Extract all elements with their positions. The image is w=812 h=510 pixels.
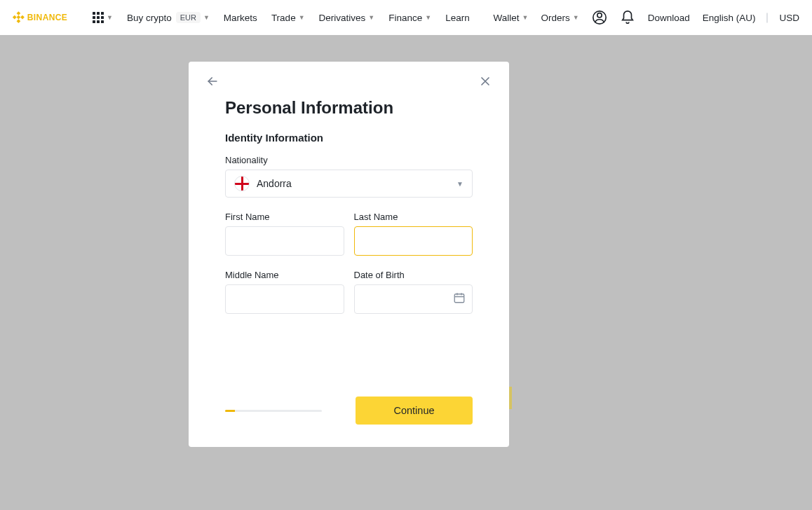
nav-wallet[interactable]: Wallet ▼ (494, 13, 529, 23)
nav-orders-label: Orders (541, 13, 569, 23)
binance-logo-icon: BINANCE (13, 10, 80, 25)
separator: ｜ (762, 11, 772, 24)
dob-field[interactable] (354, 284, 473, 314)
first-name-label: First Name (225, 212, 344, 222)
caret-down-icon: ▼ (425, 14, 431, 21)
nationality-value: Andorra (257, 178, 456, 189)
svg-rect-2 (17, 15, 21, 20)
flag-icon (234, 176, 250, 191)
nationality-select[interactable]: Andorra ▼ (225, 170, 473, 198)
nav-learn-label: Learn (445, 13, 470, 23)
nav-download[interactable]: Download (648, 13, 690, 23)
svg-rect-4 (17, 19, 21, 23)
nav-left: ▼ Buy crypto EUR ▼ Markets Trade ▼ Deriv… (93, 12, 470, 23)
nav-trade[interactable]: Trade ▼ (271, 13, 305, 23)
nav-markets[interactable]: Markets (224, 13, 257, 23)
caret-down-icon: ▼ (299, 14, 305, 21)
nav-currency[interactable]: USD (779, 13, 799, 23)
svg-rect-3 (20, 15, 25, 20)
close-icon (478, 74, 492, 88)
caret-down-icon: ▼ (522, 14, 529, 21)
apps-grid-icon (93, 12, 104, 23)
nav-buy-crypto-label: Buy crypto (127, 13, 172, 23)
top-nav: BINANCE ▼ Buy crypto EUR ▼ Markets Trade… (0, 0, 812, 35)
nationality-label: Nationality (225, 155, 473, 165)
nav-wallet-label: Wallet (494, 13, 520, 23)
nav-markets-label: Markets (224, 13, 257, 23)
nav-trade-label: Trade (271, 13, 296, 23)
nav-currency-label: USD (779, 13, 799, 23)
arrow-left-icon (205, 74, 219, 88)
apps-grid-menu[interactable]: ▼ (93, 12, 113, 23)
nav-buy-crypto[interactable]: Buy crypto EUR ▼ (127, 12, 210, 23)
last-name-field[interactable] (354, 226, 473, 256)
caret-down-icon: ▼ (573, 14, 579, 21)
middle-name-label: Middle Name (225, 270, 344, 280)
nav-derivatives[interactable]: Derivatives ▼ (319, 13, 375, 23)
middle-name-field[interactable] (225, 284, 344, 314)
caret-down-icon: ▼ (203, 14, 210, 21)
nav-learn[interactable]: Learn (445, 13, 470, 23)
logo-text: BINANCE (27, 13, 67, 22)
personal-info-modal: Personal Information Identity Informatio… (189, 62, 509, 447)
nav-language[interactable]: English (AU) (703, 13, 756, 23)
nav-orders[interactable]: Orders ▼ (541, 13, 578, 23)
last-name-label: Last Name (354, 212, 473, 222)
svg-point-5 (597, 13, 601, 18)
back-button[interactable] (205, 74, 219, 91)
close-button[interactable] (478, 74, 492, 91)
modal-title: Personal Information (225, 98, 473, 118)
nav-finance[interactable]: Finance ▼ (388, 13, 431, 23)
first-name-field[interactable] (225, 226, 344, 256)
modal-footer: Continue (225, 397, 473, 425)
section-heading: Identity Information (225, 132, 473, 144)
modal-body: Personal Information Identity Informatio… (189, 91, 509, 314)
binance-logo[interactable]: BINANCE (13, 10, 80, 25)
caret-down-icon: ▼ (368, 14, 374, 21)
continue-button[interactable]: Continue (356, 397, 473, 425)
nav-right: Wallet ▼ Orders ▼ Download English (AU) (494, 10, 799, 25)
nav-language-label: English (AU) (703, 13, 756, 23)
account-icon[interactable] (592, 10, 607, 25)
svg-rect-1 (13, 15, 17, 20)
currency-badge: EUR (176, 12, 201, 23)
caret-down-icon: ▼ (456, 180, 463, 188)
nav-finance-label: Finance (388, 13, 422, 23)
caret-down-icon: ▼ (107, 14, 113, 21)
notification-bell-icon[interactable] (620, 10, 635, 25)
progress-fill (225, 410, 235, 412)
dob-label: Date of Birth (354, 270, 473, 280)
nav-download-label: Download (648, 13, 690, 23)
nav-derivatives-label: Derivatives (319, 13, 366, 23)
progress-bar (225, 410, 322, 412)
svg-rect-0 (17, 11, 21, 15)
